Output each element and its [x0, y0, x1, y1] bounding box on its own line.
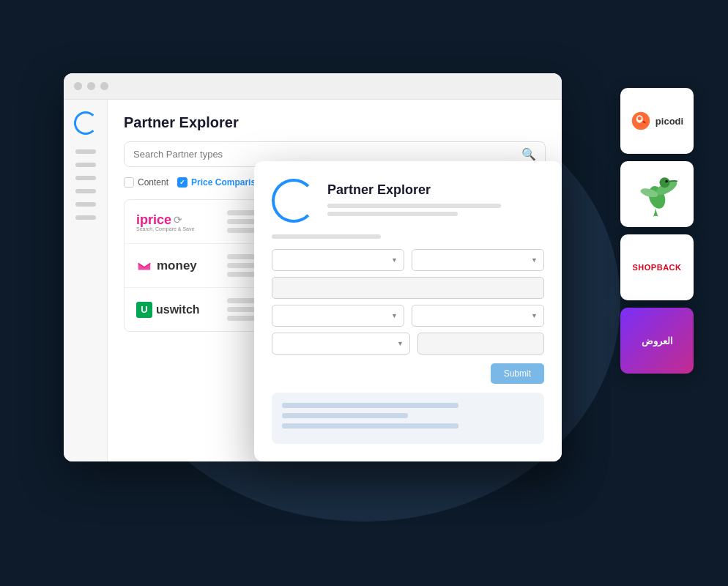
sidebar-nav-5[interactable]	[75, 202, 96, 207]
form-row-3: ▼ ▼	[272, 305, 544, 327]
filter-checkbox-content[interactable]	[124, 177, 134, 188]
overlay-card: Partner Explorer ▼ ▼ ▼	[254, 161, 562, 461]
footer-bar-1	[282, 403, 458, 408]
partner-logo-money: money	[136, 258, 217, 274]
submit-button[interactable]: Submit	[491, 363, 544, 384]
chevron-down-icon-1: ▼	[391, 256, 398, 264]
partner-card-arabic[interactable]: العروض	[620, 308, 694, 374]
form-select-1[interactable]: ▼	[272, 249, 404, 271]
partner-card-hummingbird[interactable]	[620, 161, 694, 227]
partner-logo-uswitch: U uswitch	[136, 302, 217, 318]
form-select-2[interactable]: ▼	[412, 249, 544, 271]
form-select-5[interactable]: ▼	[272, 333, 410, 355]
scene-container: Partner Explorer 🔍 Content Price Compari…	[34, 29, 694, 557]
form-select-4[interactable]: ▼	[412, 305, 544, 327]
partner-card-picodi[interactable]: picodi	[620, 88, 694, 154]
form-input-1[interactable]	[272, 277, 544, 299]
footer-bar-2	[282, 413, 408, 418]
sidebar-nav-6[interactable]	[75, 215, 96, 220]
sidebar-nav-2[interactable]	[75, 163, 96, 167]
right-cards-column: picodi SHOPBACK العروض	[620, 88, 694, 374]
overlay-submit-area: Submit	[272, 363, 544, 384]
iprice-arrow-icon: ⟳	[174, 214, 182, 226]
arabic-brand-text: العروض	[642, 335, 673, 346]
svg-point-2	[637, 116, 641, 120]
sidebar-nav-1[interactable]	[75, 149, 96, 154]
hummingbird-icon	[631, 168, 683, 220]
chevron-down-icon-4: ▼	[531, 312, 538, 319]
filter-checkbox-price[interactable]	[177, 177, 187, 188]
uswitch-u-icon: U	[136, 302, 152, 318]
sidebar-nav-4[interactable]	[75, 189, 96, 193]
sidebar-logo	[74, 111, 97, 135]
form-input-2[interactable]	[417, 333, 544, 355]
overlay-bar-2	[327, 212, 458, 216]
partner-logo-iprice: iprice ⟳ Search, Compare & Save	[136, 212, 217, 231]
form-row-2	[272, 277, 544, 299]
shopback-text-label: SHOPBACK	[633, 263, 682, 272]
iprice-text: iprice	[136, 212, 171, 228]
iprice-logo: iprice ⟳	[136, 212, 217, 228]
chevron-down-icon-3: ▼	[391, 312, 398, 319]
picodi-brand: picodi	[631, 111, 683, 131]
search-icon: 🔍	[521, 147, 536, 161]
money-m-icon	[136, 258, 152, 274]
filter-label-content: Content	[138, 177, 168, 188]
picodi-text-label: picodi	[655, 116, 683, 127]
overlay-bar-1	[327, 204, 501, 208]
sidebar-nav-3[interactable]	[75, 176, 96, 180]
titlebar-dot-3	[100, 82, 108, 90]
form-select-3[interactable]: ▼	[272, 305, 404, 327]
form-row-1: ▼ ▼	[272, 249, 544, 271]
overlay-footer	[272, 393, 544, 444]
picodi-icon	[631, 111, 651, 131]
uswitch-text-label: uswitch	[156, 303, 200, 316]
page-title: Partner Explorer	[124, 114, 546, 131]
overlay-logo-circle	[272, 179, 316, 223]
form-row-4: ▼	[272, 333, 544, 355]
uswitch-logo: U uswitch	[136, 302, 217, 318]
chevron-down-icon-5: ▼	[397, 340, 404, 347]
overlay-header: Partner Explorer	[272, 179, 544, 223]
overlay-bar-3	[272, 234, 381, 239]
money-text-label: money	[157, 259, 197, 273]
titlebar-dot-2	[87, 82, 95, 90]
money-logo: money	[136, 258, 217, 274]
sidebar	[64, 100, 108, 461]
titlebar-dot-1	[74, 82, 82, 90]
browser-titlebar	[64, 73, 562, 100]
chevron-down-icon-2: ▼	[531, 256, 538, 264]
svg-point-7	[665, 180, 668, 183]
search-input[interactable]	[133, 149, 521, 160]
overlay-title-area: Partner Explorer	[327, 182, 544, 220]
overlay-title: Partner Explorer	[327, 182, 544, 198]
partner-card-shopback[interactable]: SHOPBACK	[620, 234, 694, 300]
iprice-subtitle: Search, Compare & Save	[136, 226, 217, 231]
filter-tab-content[interactable]: Content	[124, 177, 168, 188]
footer-bar-3	[282, 423, 458, 429]
filter-tab-price-comparison[interactable]: Price Comparison	[177, 177, 267, 188]
